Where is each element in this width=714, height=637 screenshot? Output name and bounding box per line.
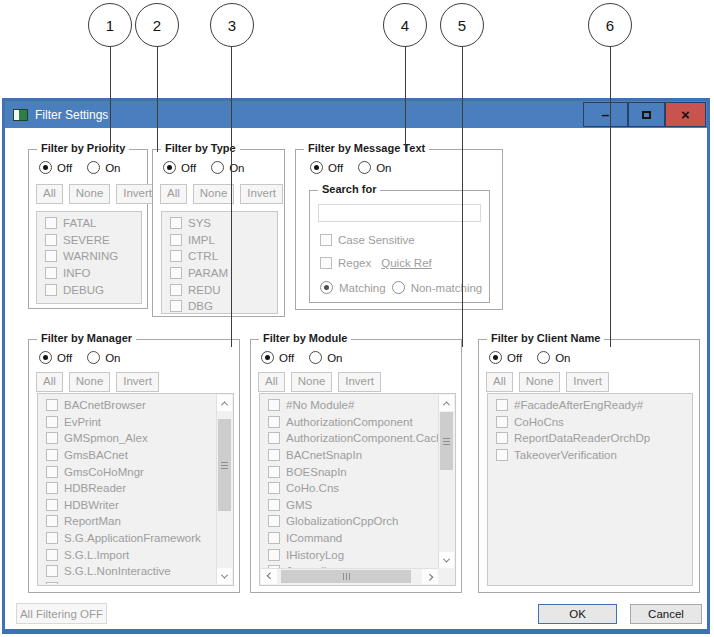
priority-all-button[interactable]: All xyxy=(36,184,63,204)
item-checkbox[interactable] xyxy=(268,432,280,444)
list-item[interactable]: CoHo.Cns xyxy=(261,480,438,497)
list-item[interactable]: BACnetSnapIn xyxy=(261,447,438,464)
case-sensitive-checkbox[interactable] xyxy=(320,234,332,246)
module-on-radio[interactable] xyxy=(309,351,322,364)
list-item[interactable]: ICommand xyxy=(261,530,438,547)
item-checkbox[interactable] xyxy=(46,515,58,527)
item-checkbox[interactable] xyxy=(170,267,182,279)
module-vertical-scrollbar[interactable] xyxy=(438,395,454,568)
list-item[interactable]: #FacadeAfterEngReady# xyxy=(489,397,691,414)
priority-on-radio[interactable] xyxy=(87,161,100,174)
item-checkbox[interactable] xyxy=(46,582,58,584)
priority-off-radio[interactable] xyxy=(39,161,52,174)
list-item[interactable]: CoHoCns xyxy=(489,414,691,431)
type-off-radio[interactable] xyxy=(163,161,176,174)
list-item[interactable]: INFO xyxy=(38,265,140,282)
item-checkbox[interactable] xyxy=(170,217,182,229)
item-checkbox[interactable] xyxy=(45,284,57,296)
search-input[interactable] xyxy=(318,204,481,222)
item-checkbox[interactable] xyxy=(268,399,280,411)
type-none-button[interactable]: None xyxy=(193,184,235,204)
manager-off-radio[interactable] xyxy=(39,351,52,364)
list-item[interactable]: PARAM xyxy=(163,265,276,282)
list-item[interactable]: HDBReader xyxy=(39,480,216,497)
item-checkbox[interactable] xyxy=(46,399,58,411)
client-none-button[interactable]: None xyxy=(519,372,561,392)
item-checkbox[interactable] xyxy=(170,284,182,296)
client-all-button[interactable]: All xyxy=(486,372,513,392)
list-item[interactable]: CTRL xyxy=(163,248,276,265)
list-item[interactable]: S.G.L.NonInteractive xyxy=(39,563,216,580)
list-item[interactable]: GlobalizationCppOrch xyxy=(261,513,438,530)
module-horizontal-scrollbar[interactable] xyxy=(261,568,438,584)
list-item[interactable]: GmsBACnet xyxy=(39,447,216,464)
scrollbar-thumb[interactable] xyxy=(281,570,411,583)
list-item[interactable]: ReportDataReaderOrchDp xyxy=(489,430,691,447)
list-item[interactable]: FATAL xyxy=(38,215,140,232)
all-filtering-off-button[interactable]: All Filtering OFF xyxy=(16,603,107,624)
quick-ref-link[interactable]: Quick Ref xyxy=(381,257,432,269)
minimize-button[interactable]: – xyxy=(583,102,628,127)
client-on-radio[interactable] xyxy=(537,351,550,364)
list-item[interactable]: HDBWriter xyxy=(39,497,216,514)
priority-none-button[interactable]: None xyxy=(69,184,111,204)
list-item[interactable]: S.G.L.Import xyxy=(39,546,216,563)
type-invert-button[interactable]: Invert xyxy=(240,184,283,204)
item-checkbox[interactable] xyxy=(46,416,58,428)
list-item[interactable]: GMS xyxy=(261,497,438,514)
item-checkbox[interactable] xyxy=(268,416,280,428)
scroll-down-button[interactable] xyxy=(217,568,232,584)
list-item[interactable]: GMSpmon_Alex xyxy=(39,430,216,447)
manager-all-button[interactable]: All xyxy=(36,372,63,392)
manager-on-radio[interactable] xyxy=(87,351,100,364)
item-checkbox[interactable] xyxy=(268,549,280,561)
client-listbox[interactable]: #FacadeAfterEngReady# CoHoCns ReportData… xyxy=(487,393,693,586)
module-listbox[interactable]: #No Module# AuthorizationComponent Autho… xyxy=(259,393,456,586)
manager-vertical-scrollbar[interactable] xyxy=(216,395,232,584)
non-matching-radio[interactable] xyxy=(392,281,405,294)
item-checkbox[interactable] xyxy=(170,250,182,262)
item-checkbox[interactable] xyxy=(46,449,58,461)
item-checkbox[interactable] xyxy=(268,532,280,544)
item-checkbox[interactable] xyxy=(268,449,280,461)
item-checkbox[interactable] xyxy=(496,399,508,411)
manager-listbox[interactable]: BACnetBrowser EvPrint GMSpmon_Alex xyxy=(37,393,234,586)
item-checkbox[interactable] xyxy=(170,234,182,246)
list-item[interactable]: REDU xyxy=(163,281,276,298)
item-checkbox[interactable] xyxy=(46,482,58,494)
scroll-up-button[interactable] xyxy=(217,395,232,411)
ok-button[interactable]: OK xyxy=(538,604,617,624)
priority-listbox[interactable]: FATAL SEVERE WARNING xyxy=(36,211,142,304)
list-item[interactable]: DEBUG xyxy=(38,281,140,298)
item-checkbox[interactable] xyxy=(45,267,57,279)
scroll-right-button[interactable] xyxy=(422,569,438,584)
module-off-radio[interactable] xyxy=(261,351,274,364)
manager-none-button[interactable]: None xyxy=(69,372,111,392)
matching-radio[interactable] xyxy=(320,281,333,294)
list-item[interactable]: S.G.ApplicationFramework xyxy=(39,530,216,547)
list-item[interactable]: ReportMan xyxy=(39,513,216,530)
item-checkbox[interactable] xyxy=(46,432,58,444)
item-checkbox[interactable] xyxy=(268,482,280,494)
cancel-button[interactable]: Cancel xyxy=(630,604,702,624)
list-item[interactable]: IMPL xyxy=(163,232,276,249)
list-item[interactable]: TakeoverVerification xyxy=(489,447,691,464)
list-item[interactable]: SYS xyxy=(163,215,276,232)
item-checkbox[interactable] xyxy=(268,515,280,527)
item-checkbox[interactable] xyxy=(170,300,182,312)
item-checkbox[interactable] xyxy=(45,234,57,246)
list-item[interactable]: IHistoryLog xyxy=(261,546,438,563)
item-checkbox[interactable] xyxy=(46,549,58,561)
type-all-button[interactable]: All xyxy=(160,184,187,204)
item-checkbox[interactable] xyxy=(496,449,508,461)
scrollbar-thumb[interactable] xyxy=(440,412,453,470)
regex-checkbox[interactable] xyxy=(320,257,332,269)
item-checkbox[interactable] xyxy=(496,432,508,444)
list-item[interactable]: #No Module# xyxy=(261,397,438,414)
type-listbox[interactable]: SYS IMPL CTRL xyxy=(161,211,278,314)
list-item[interactable]: WARNING xyxy=(38,248,140,265)
client-invert-button[interactable]: Invert xyxy=(566,372,609,392)
list-item[interactable]: AuthorizationComponent.CacheStat xyxy=(261,430,438,447)
scroll-left-button[interactable] xyxy=(261,569,277,584)
close-button[interactable]: × xyxy=(665,102,706,127)
